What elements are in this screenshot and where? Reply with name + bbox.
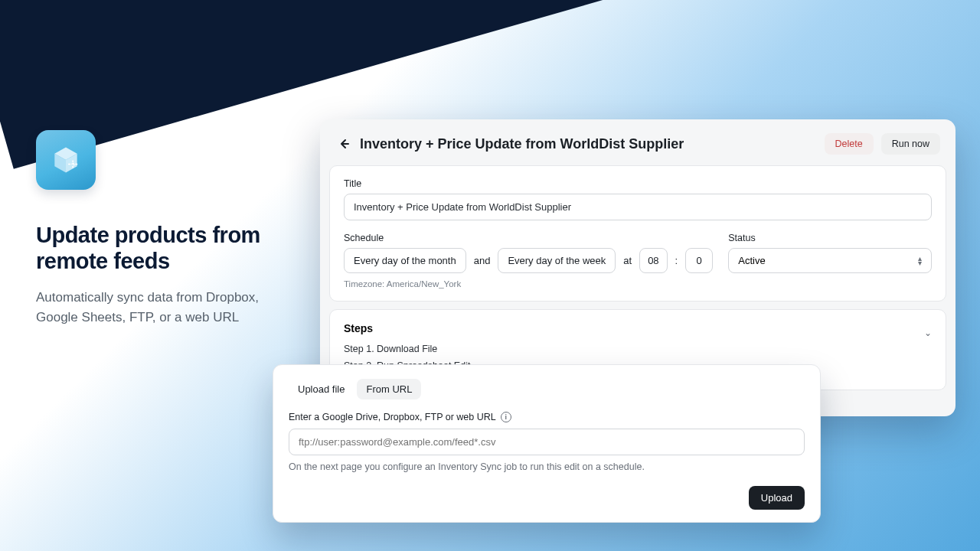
status-label: Status xyxy=(728,233,932,243)
tab-upload-file[interactable]: Upload file xyxy=(289,379,354,399)
schedule-at-text: at xyxy=(623,255,632,266)
back-button[interactable] xyxy=(335,135,352,152)
promo-subtext: Automatically sync data from Dropbox, Go… xyxy=(36,288,296,327)
promo-column: Update products from remote feeds Automa… xyxy=(36,130,296,327)
app-icon xyxy=(36,130,96,190)
arrow-left-icon xyxy=(338,138,350,150)
chevron-down-icon[interactable]: ⌄ xyxy=(924,328,932,338)
settings-panel: Title Schedule Every day of the month an… xyxy=(329,165,946,302)
schedule-label: Schedule xyxy=(344,233,713,243)
tab-from-url[interactable]: From URL xyxy=(357,379,421,399)
url-helper-text: On the next page you configure an Invent… xyxy=(289,461,805,472)
step-1: Step 1. Download File xyxy=(344,344,932,354)
schedule-hour-input[interactable]: 08 xyxy=(639,248,667,273)
schedule-minute-input[interactable]: 0 xyxy=(685,248,713,273)
run-now-button[interactable]: Run now xyxy=(881,133,940,155)
status-value: Active xyxy=(738,255,765,266)
url-field-label: Enter a Google Drive, Dropbox, FTP or we… xyxy=(289,412,496,422)
promo-headline: Update products from remote feeds xyxy=(36,222,296,274)
schedule-colon: : xyxy=(675,255,678,266)
url-input[interactable] xyxy=(289,429,805,455)
schedule-and-text: and xyxy=(474,255,491,266)
title-label: Title xyxy=(344,178,932,189)
schedule-day-of-week-select[interactable]: Every day of the week xyxy=(498,248,616,273)
sort-caret-icon: ▴▾ xyxy=(918,256,922,266)
status-select[interactable]: Active ▴▾ xyxy=(728,248,932,273)
upload-button[interactable]: Upload xyxy=(749,486,805,510)
info-icon[interactable]: i xyxy=(501,412,511,422)
upload-source-card: Upload file From URL Enter a Google Driv… xyxy=(273,364,821,523)
title-input[interactable] xyxy=(344,194,932,220)
timezone-text: Timezone: America/New_York xyxy=(344,279,713,289)
page-title: Inventory + Price Update from WorldDist … xyxy=(360,136,825,152)
delete-button[interactable]: Delete xyxy=(825,133,874,155)
schedule-day-of-month-select[interactable]: Every day of the month xyxy=(344,248,466,273)
steps-heading: Steps xyxy=(344,322,373,334)
cube-icon xyxy=(49,143,83,177)
